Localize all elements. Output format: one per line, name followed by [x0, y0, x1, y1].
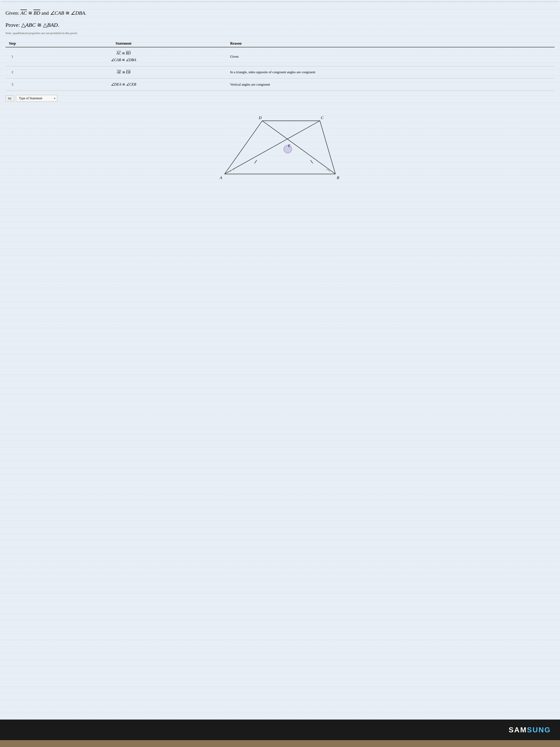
header-step: Step [5, 40, 19, 47]
type-of-statement-select[interactable]: Type of Statement Given Definition Theor… [16, 95, 57, 102]
table-row: 3 ∠DEA ≅ ∠CEB Vertical angles are congru… [5, 78, 555, 91]
svg-line-3 [262, 121, 336, 174]
screen: Given: AC ≅ BD and ∠CAB ≅ ∠DBA. Prove: △… [0, 0, 560, 720]
samsung-text-sung: SUNG [527, 726, 551, 734]
given-statement: Given: AC ≅ BD and ∠CAB ≅ ∠DBA. [5, 9, 555, 17]
prove-label: Prove: [5, 22, 21, 28]
period2: . [58, 22, 59, 28]
cong2: ≅ [64, 10, 71, 16]
stmt2-seg1: AE [117, 70, 121, 74]
diagram-area: D C E A B [5, 108, 555, 186]
label-C: C [321, 115, 323, 120]
reason-1: Given [228, 47, 555, 66]
stmt1-seg1: AC [116, 51, 121, 55]
samsung-text-sam: SAM [509, 726, 527, 734]
stmt2-seg2: EB [126, 70, 131, 74]
samsung-logo: SAMSUNG [509, 726, 551, 734]
bottom-bar [0, 740, 560, 747]
stmt1-ang2: ∠DBA [126, 58, 136, 62]
label-A: A [220, 175, 222, 180]
step-1: 1 [5, 47, 19, 66]
try-button[interactable]: try [5, 96, 14, 101]
label-D: D [259, 115, 262, 120]
and-text: and [40, 10, 50, 16]
cong3: ≅ [36, 22, 43, 28]
stmt3-ang2: ∠CEB [126, 82, 136, 86]
svg-line-6 [255, 160, 257, 163]
svg-line-7 [311, 160, 313, 163]
stmt3-ang1: ∠DEA [111, 82, 121, 86]
type-select-wrapper[interactable]: Type of Statement Given Definition Theor… [16, 95, 57, 102]
segment-bd: BD [34, 10, 40, 16]
cong1: ≅ [27, 10, 34, 16]
samsung-bar: SAMSUNG [0, 720, 560, 740]
reason-2: In a triangle, sides opposite of congrue… [228, 66, 555, 78]
angle-dba: ∠DBA [71, 10, 85, 16]
stmt1-seg2: BD [126, 51, 131, 55]
segment-ac: AC [20, 10, 27, 16]
step-3: 3 [5, 78, 19, 91]
table-row: 2 AE ≅ EB In a triangle, sides opposite … [5, 66, 555, 78]
triangle-abc: △ABC [21, 22, 36, 28]
note: Note: quadrilateral properties are not p… [5, 31, 555, 35]
triangle-bad: △BAD [43, 22, 58, 28]
prove-statement: Prove: △ABC ≅ △BAD. [5, 21, 555, 29]
proof-table: Step Statement Reason 1 AC ≅ BD ∠CAB ≅ ∠… [5, 40, 555, 91]
label-E: E [288, 144, 290, 148]
given-label: Given: [5, 10, 20, 16]
statement-1: AC ≅ BD ∠CAB ≅ ∠DBA [19, 47, 228, 66]
dashed-border [1, 1, 559, 2]
try-row: try Type of Statement Given Definition T… [5, 95, 555, 102]
header-statement: Statement [19, 40, 228, 47]
statement-2: AE ≅ EB [19, 66, 228, 78]
svg-point-8 [284, 145, 292, 153]
step-2: 2 [5, 66, 19, 78]
period1: . [85, 10, 86, 16]
svg-line-2 [224, 121, 320, 174]
table-row: 1 AC ≅ BD ∠CAB ≅ ∠DBA Given [5, 47, 555, 66]
svg-line-4 [320, 121, 336, 174]
statement-3: ∠DEA ≅ ∠CEB [19, 78, 228, 91]
stmt1-ang1: ∠CAB [111, 58, 121, 62]
header-reason: Reason [228, 40, 555, 47]
reason-3: Vertical angles are congruent [228, 78, 555, 91]
angle-cab: ∠CAB [50, 10, 64, 16]
svg-line-1 [224, 121, 262, 174]
label-B: B [337, 175, 339, 180]
geometry-diagram: D C E A B [209, 108, 351, 186]
